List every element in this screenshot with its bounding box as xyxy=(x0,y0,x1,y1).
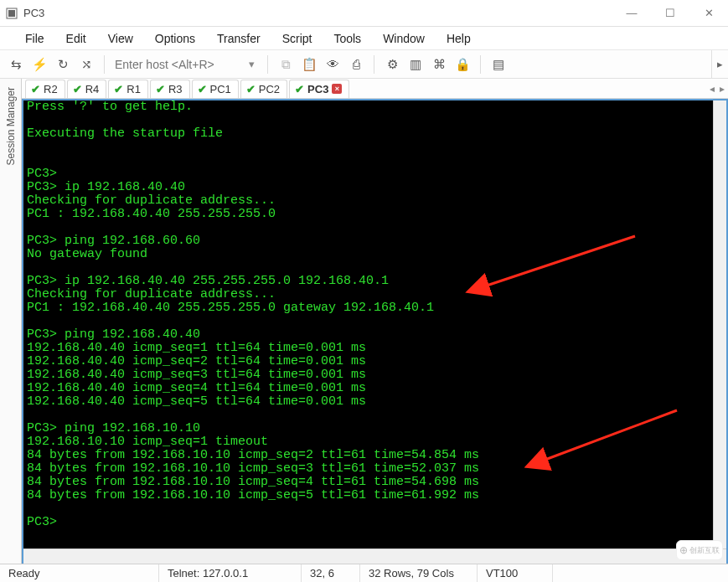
tab-label: R3 xyxy=(168,83,183,95)
menu-window[interactable]: Window xyxy=(373,28,435,49)
tab-close-icon[interactable]: × xyxy=(332,84,342,94)
svg-rect-1 xyxy=(8,10,15,17)
status-screen-size: 32 Rows, 79 Cols xyxy=(360,564,478,582)
tab-r4[interactable]: ✔R4 xyxy=(67,80,107,98)
titlebar: PC3 — ☐ ✕ xyxy=(0,0,728,27)
tab-label: R4 xyxy=(85,83,100,95)
status-emulation: VT100 xyxy=(478,564,553,582)
check-icon: ✔ xyxy=(198,83,207,95)
lock-icon[interactable]: 🔒 xyxy=(453,55,472,74)
menu-transfer[interactable]: Transfer xyxy=(207,28,271,49)
status-spacer xyxy=(553,564,728,582)
toolbar-separator xyxy=(480,55,481,74)
tab-label: R2 xyxy=(44,83,58,95)
status-connection: Telnet: 127.0.0.1 xyxy=(159,564,302,582)
quick-connect-icon[interactable]: ⚡ xyxy=(30,55,49,74)
toolbar-overflow-icon[interactable]: ▸ xyxy=(711,50,728,78)
check-icon: ✔ xyxy=(246,83,256,95)
tabstrip: ✔R2✔R4✔R1✔R3✔PC1✔PC2✔PC3× ◂ ▸ xyxy=(22,79,728,99)
toolbar-separator xyxy=(267,55,268,74)
toolbar-separator xyxy=(104,55,105,74)
terminal-scrollbar-vertical[interactable] xyxy=(713,100,726,549)
session-manager-panel[interactable]: Session Manager xyxy=(0,79,22,564)
tab-scroll-left-icon[interactable]: ◂ xyxy=(710,83,715,95)
tab-pc1[interactable]: ✔PC1 xyxy=(192,80,239,98)
device-icon[interactable]: ▥ xyxy=(406,55,425,74)
settings-icon[interactable]: ⚙ xyxy=(383,55,401,74)
tab-label: PC3 xyxy=(307,83,328,95)
tab-label: PC2 xyxy=(259,83,280,95)
tab-pc2[interactable]: ✔PC2 xyxy=(240,80,287,98)
ftp-icon[interactable]: ▤ xyxy=(489,55,508,74)
host-input[interactable] xyxy=(113,55,239,74)
check-icon: ✔ xyxy=(73,83,82,95)
toolbar-separator xyxy=(374,55,374,74)
minimize-button[interactable]: — xyxy=(612,0,651,25)
paste-icon[interactable]: 📋 xyxy=(300,55,318,74)
menu-tools[interactable]: Tools xyxy=(323,28,371,49)
watermark: ⊕创新互联 xyxy=(676,540,723,560)
tab-r3[interactable]: ✔R3 xyxy=(150,80,190,98)
check-icon: ✔ xyxy=(156,83,165,95)
tab-label: R1 xyxy=(126,83,141,95)
menu-options[interactable]: Options xyxy=(145,28,205,49)
connect-icon[interactable]: ⇆ xyxy=(7,55,25,74)
menubar: FileEditViewOptionsTransferScriptToolsWi… xyxy=(0,27,728,50)
check-icon: ✔ xyxy=(114,83,123,95)
status-state: Ready xyxy=(0,564,159,582)
app-icon xyxy=(5,7,18,20)
terminal-scrollbar-horizontal[interactable] xyxy=(23,549,726,564)
disconnect-icon[interactable]: ⤭ xyxy=(77,55,96,74)
tab-pc3[interactable]: ✔PC3× xyxy=(289,80,349,98)
find-icon[interactable]: 👁 xyxy=(323,55,342,74)
session-manager-label: Session Manager xyxy=(5,87,17,165)
print-icon[interactable]: ⎙ xyxy=(347,55,365,74)
terminal-output[interactable]: Press '?' to get help. Executing the sta… xyxy=(23,100,713,549)
tab-r2[interactable]: ✔R2 xyxy=(25,80,65,98)
status-cursor-pos: 32, 6 xyxy=(302,564,360,582)
check-icon: ✔ xyxy=(295,83,304,95)
toolbar: ⇆ ⚡ ↻ ⤭ ▾ ⧉ 📋 👁 ⎙ ⚙ ▥ ⌘ 🔒 ▤ ▸ xyxy=(0,50,728,79)
check-icon: ✔ xyxy=(31,83,40,95)
tab-label: PC1 xyxy=(210,83,231,95)
host-dropdown-icon[interactable]: ▾ xyxy=(244,55,259,74)
key-icon[interactable]: ⌘ xyxy=(430,55,448,74)
window-title: PC3 xyxy=(23,7,44,19)
statusbar: Ready Telnet: 127.0.0.1 32, 6 32 Rows, 7… xyxy=(0,564,728,582)
menu-file[interactable]: File xyxy=(15,28,54,49)
tab-r1[interactable]: ✔R1 xyxy=(108,80,148,98)
close-button[interactable]: ✕ xyxy=(689,0,728,25)
menu-view[interactable]: View xyxy=(98,28,143,49)
menu-edit[interactable]: Edit xyxy=(56,28,96,49)
menu-script[interactable]: Script xyxy=(272,28,323,49)
tab-scroll-right-icon[interactable]: ▸ xyxy=(720,83,725,95)
menu-help[interactable]: Help xyxy=(436,28,481,49)
maximize-button[interactable]: ☐ xyxy=(651,0,689,25)
copy-icon[interactable]: ⧉ xyxy=(276,55,295,74)
reconnect-icon[interactable]: ↻ xyxy=(54,55,72,74)
